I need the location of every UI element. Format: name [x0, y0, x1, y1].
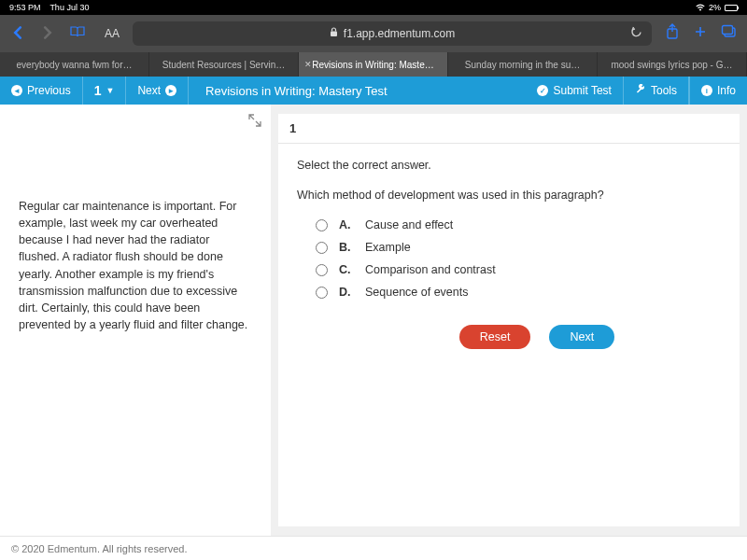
choice-c[interactable]: C. Comparison and contrast — [316, 263, 721, 276]
page-selector[interactable]: 1 ▼ — [83, 77, 127, 105]
next-question-button[interactable]: Next — [549, 325, 614, 349]
tools-button[interactable]: Tools — [624, 77, 689, 105]
question-body: Select the correct answer. Which method … — [278, 144, 740, 364]
choice-letter: A. — [339, 218, 354, 231]
status-right: 2% — [696, 3, 738, 12]
check-icon: ✓ — [537, 85, 548, 96]
passage-text: Regular car maintenance is important. Fo… — [19, 198, 252, 333]
reload-icon[interactable] — [630, 26, 642, 41]
text-size-button[interactable]: AA — [105, 27, 120, 40]
choice-text: Comparison and contrast — [365, 263, 496, 276]
radio-b[interactable] — [316, 242, 328, 254]
expand-icon[interactable] — [248, 114, 261, 132]
battery-percent: 2% — [709, 3, 721, 12]
choice-letter: B. — [339, 241, 354, 254]
previous-button[interactable]: ◄ Previous — [0, 77, 83, 105]
tab-label: everybody wanna fwm for… — [17, 60, 133, 70]
previous-label: Previous — [27, 84, 71, 97]
browser-tab-active[interactable]: ✕Revisions in Writing: Maste… — [299, 52, 448, 77]
tab-label: Student Resources | Servin… — [162, 60, 286, 70]
browser-tab[interactable]: mood swings lyrics pop - G… — [598, 52, 747, 77]
footer: © 2020 Edmentum. All rights reserved. — [0, 536, 747, 560]
svg-rect-0 — [331, 32, 337, 37]
next-label: Next — [137, 84, 161, 97]
tab-label: mood swings lyrics pop - G… — [611, 60, 732, 70]
arrow-right-icon: ► — [165, 85, 176, 96]
browser-tabs: everybody wanna fwm for… Student Resourc… — [0, 52, 747, 77]
page-number: 1 — [94, 83, 102, 98]
question-number: 1 — [278, 114, 740, 144]
status-left: 9:53 PM Thu Jul 30 — [9, 3, 89, 12]
tab-label: Sunday morning in the su… — [465, 60, 580, 70]
browser-tab[interactable]: Sunday morning in the su… — [448, 52, 598, 77]
radio-a[interactable] — [316, 219, 328, 231]
answer-choices: A. Cause and effect B. Example C. Compar… — [316, 218, 721, 299]
svg-rect-3 — [723, 26, 733, 35]
choice-text: Example — [365, 241, 411, 254]
info-button[interactable]: i Info — [689, 77, 747, 105]
status-date: Thu Jul 30 — [49, 3, 89, 12]
arrow-left-icon: ◄ — [11, 85, 22, 96]
radio-d[interactable] — [316, 287, 328, 299]
browser-tab[interactable]: Student Resources | Servin… — [149, 52, 299, 77]
choice-letter: C. — [339, 263, 354, 276]
forward-button[interactable] — [39, 24, 56, 44]
question-panel: 1 Select the correct answer. Which metho… — [278, 114, 740, 526]
status-time: 9:53 PM — [9, 3, 41, 12]
next-button[interactable]: Next ► — [126, 77, 189, 105]
choice-a[interactable]: A. Cause and effect — [316, 218, 721, 231]
wrench-icon — [635, 84, 646, 98]
tabs-overview-icon[interactable] — [721, 24, 738, 43]
submit-test-button[interactable]: ✓ Submit Test — [526, 77, 623, 105]
question-actions: Reset Next — [297, 325, 721, 349]
tools-label: Tools — [651, 84, 677, 97]
choice-text: Sequence of events — [365, 286, 469, 299]
info-label: Info — [717, 84, 736, 97]
close-icon[interactable]: ✕ — [304, 60, 312, 69]
ipad-status-bar: 9:53 PM Thu Jul 30 2% — [0, 0, 747, 15]
choice-d[interactable]: D. Sequence of events — [316, 286, 721, 299]
battery-icon — [725, 5, 738, 11]
url-host: f1.app.edmentum.com — [344, 27, 455, 40]
choice-letter: D. — [339, 286, 354, 299]
question-prompt: Which method of development was used in … — [297, 189, 721, 202]
chevron-down-icon: ▼ — [106, 86, 114, 95]
tab-label: Revisions in Writing: Maste… — [312, 60, 433, 70]
info-icon: i — [701, 85, 712, 96]
radio-c[interactable] — [316, 264, 328, 276]
choice-text: Cause and effect — [365, 218, 453, 231]
main-content: Regular car maintenance is important. Fo… — [0, 105, 747, 536]
wifi-icon — [696, 4, 705, 11]
back-button[interactable] — [9, 24, 26, 44]
url-bar[interactable]: f1.app.edmentum.com — [133, 21, 652, 46]
question-instruction: Select the correct answer. — [297, 159, 721, 172]
bookmarks-icon[interactable] — [69, 25, 86, 42]
browser-toolbar: AA f1.app.edmentum.com — [0, 15, 747, 52]
reset-button[interactable]: Reset — [459, 325, 531, 349]
share-icon[interactable] — [665, 23, 680, 44]
choice-b[interactable]: B. Example — [316, 241, 721, 254]
app-bar: ◄ Previous 1 ▼ Next ► Revisions in Writi… — [0, 77, 747, 105]
copyright: © 2020 Edmentum. All rights reserved. — [11, 543, 187, 554]
browser-tab[interactable]: everybody wanna fwm for… — [0, 52, 149, 77]
app-title: Revisions in Writing: Mastery Test — [189, 84, 526, 98]
lock-icon — [330, 27, 338, 40]
passage-panel: Regular car maintenance is important. Fo… — [0, 105, 271, 536]
submit-label: Submit Test — [553, 84, 611, 97]
new-tab-icon[interactable] — [693, 24, 708, 43]
